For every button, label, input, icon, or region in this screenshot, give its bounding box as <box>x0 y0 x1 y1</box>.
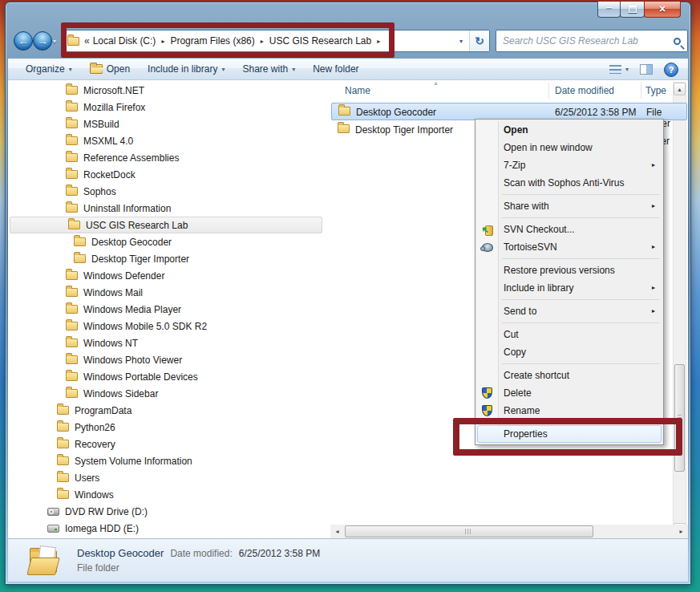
scroll-left-arrow[interactable]: ◂ <box>330 525 344 538</box>
search-icon[interactable] <box>674 38 681 45</box>
tree-item[interactable]: Uninstall Information <box>8 200 329 217</box>
tree-item[interactable]: Reference Assemblies <box>8 149 329 166</box>
tree-item[interactable]: Windows <box>8 486 329 503</box>
folder-icon <box>66 305 78 314</box>
tree-item[interactable]: Mozilla Firefox <box>8 99 329 116</box>
tree-item[interactable]: Windows Mail <box>8 284 329 301</box>
tree-item-label: Reference Assemblies <box>83 152 179 164</box>
menu-item-label: Rename <box>504 405 540 416</box>
navigation-tree: Microsoft.NET Mozilla Firefox MSBuild MS… <box>8 80 329 538</box>
tree-item[interactable]: Windows Photo Viewer <box>8 351 329 368</box>
menu-item-cut[interactable]: Cut <box>477 326 662 343</box>
menu-item-tortoisesvn[interactable]: TortoiseSVN▸ <box>477 238 662 256</box>
preview-pane-button[interactable] <box>640 64 653 75</box>
column-header-name[interactable]: Name <box>345 85 370 96</box>
tree-item[interactable]: Windows NT <box>8 335 329 351</box>
tree-item[interactable]: RocketDock <box>8 166 329 183</box>
help-button[interactable]: ? <box>664 63 678 77</box>
tree-item[interactable]: Iomega HDD (E:) <box>8 520 329 537</box>
tree-item[interactable]: Microsoft.NET <box>8 82 329 99</box>
folder-icon <box>338 124 350 133</box>
menu-item-include-in-library[interactable]: Include in library▸ <box>477 279 662 297</box>
tree-item[interactable]: MSXML 4.0 <box>8 132 329 149</box>
folder-icon <box>66 355 78 364</box>
menu-separator <box>502 258 660 259</box>
open-button[interactable]: Open <box>90 63 130 75</box>
share-with-button[interactable]: Share with ▾ <box>242 63 295 75</box>
tree-item[interactable]: Recovery <box>8 436 329 452</box>
back-button[interactable]: ← <box>14 31 33 51</box>
menu-item-rename[interactable]: Rename <box>477 402 662 420</box>
tree-item[interactable]: Windows Defender <box>8 267 329 284</box>
menu-item-copy[interactable]: Copy <box>477 343 662 361</box>
tree-item[interactable]: MSBuild <box>8 116 329 132</box>
folder-icon <box>338 107 350 116</box>
menu-item-delete[interactable]: Delete <box>477 384 662 402</box>
tree-item[interactable]: Desktop Geocoder <box>8 233 329 250</box>
menu-item-restore-previous-versions[interactable]: Restore previous versions <box>477 262 662 279</box>
menu-item-open[interactable]: Open <box>477 121 662 139</box>
folder-icon <box>66 187 78 196</box>
address-history-dropdown[interactable]: ▾ <box>453 30 469 51</box>
tree-item[interactable]: Windows Media Player <box>8 301 329 318</box>
forward-button[interactable]: → <box>33 31 52 51</box>
tree-item[interactable]: Sophos <box>8 183 329 200</box>
tree-item[interactable]: Windows Portable Devices <box>8 368 329 385</box>
menu-item-create-shortcut[interactable]: Create shortcut <box>477 367 662 384</box>
chevron-down-icon: ▾ <box>221 66 225 73</box>
recent-pages-dropdown[interactable]: ▾ <box>53 38 56 45</box>
column-header-type[interactable]: Type <box>645 85 666 96</box>
menu-item-label: Cut <box>504 329 519 340</box>
change-view-button[interactable]: ▾ <box>609 65 629 74</box>
column-divider[interactable] <box>641 83 641 99</box>
refresh-button[interactable]: ↻ <box>470 30 489 51</box>
menu-item-svn-checkout[interactable]: SVN Checkout... <box>477 221 662 238</box>
file-name: Desktop Geocoder <box>356 107 436 118</box>
tree-item[interactable]: System Volume Information <box>8 452 329 469</box>
menu-item-send-to[interactable]: Send to▸ <box>477 302 662 320</box>
menu-item-open-in-new-window[interactable]: Open in new window <box>477 139 662 156</box>
menu-item-7zip[interactable]: 7-Zip▸ <box>477 156 662 174</box>
horizontal-scrollbar-thumb[interactable] <box>345 525 593 537</box>
back-arrow-icon: ← <box>18 35 29 47</box>
tree-item-label: Mozilla Firefox <box>83 102 145 113</box>
column-header-date-modified[interactable]: Date modified <box>555 85 614 96</box>
tree-item-label: Users <box>75 472 99 484</box>
include-in-library-button[interactable]: Include in library ▾ <box>148 63 225 75</box>
tree-item-label: MSXML 4.0 <box>83 136 133 147</box>
maximize-button[interactable] <box>620 2 645 18</box>
folder-icon <box>66 120 78 128</box>
folder-icon <box>66 339 78 347</box>
uac-shield-icon <box>482 405 492 416</box>
tree-item-label: Recovery <box>75 439 115 450</box>
search-box[interactable]: Search USC GIS Research Lab <box>496 30 688 52</box>
minimize-button[interactable]: – <box>597 2 621 18</box>
scroll-right-arrow[interactable]: ▸ <box>674 525 688 538</box>
menu-item-scan-with-sophos[interactable]: Scan with Sophos Anti-Virus <box>477 174 662 192</box>
tree-item-selected[interactable]: USC GIS Research Lab <box>10 217 322 233</box>
new-folder-button[interactable]: New folder <box>313 63 358 75</box>
horizontal-scrollbar[interactable]: ◂ ▸ <box>330 525 688 538</box>
folder-icon <box>57 406 69 415</box>
column-divider[interactable] <box>548 83 549 99</box>
command-toolbar: Organize ▾ Open Include in library ▾ Sha… <box>8 59 688 80</box>
tree-item[interactable]: Desktop Tiger Importer <box>8 250 329 267</box>
submenu-arrow-icon: ▸ <box>652 302 655 320</box>
menu-item-share-with[interactable]: Share with▸ <box>477 197 662 215</box>
tree-item-label: Iomega HDD (E:) <box>65 523 139 534</box>
tree-item[interactable]: Windows Sidebar <box>8 385 329 402</box>
file-row-desktop-geocoder[interactable]: Desktop Geocoder 6/25/2012 3:58 PM File … <box>331 103 687 120</box>
tree-item[interactable]: Users <box>8 469 329 486</box>
folder-icon <box>57 490 69 499</box>
tree-item[interactable]: Python26 <box>8 419 329 436</box>
tree-item[interactable]: Windows Mobile 5.0 SDK R2 <box>8 318 329 335</box>
organize-button[interactable]: Organize ▾ <box>26 63 72 75</box>
tree-item[interactable]: DVD RW Drive (D:) <box>8 503 329 520</box>
close-button[interactable]: × <box>644 2 681 18</box>
tortoisesvn-icon <box>482 243 493 252</box>
folder-icon <box>66 103 78 112</box>
caption-buttons: – × <box>598 2 681 18</box>
annotation-rectangle-address-bar <box>61 22 395 58</box>
tree-item[interactable]: ProgramData <box>8 402 329 419</box>
sort-ascending-icon: ▲ <box>433 80 439 86</box>
